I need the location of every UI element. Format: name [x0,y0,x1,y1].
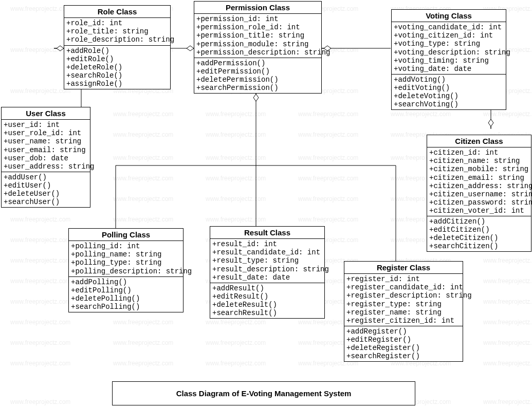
watermark: www.freeprojectz.com [298,131,358,138]
line: +deleteRole() [66,63,169,71]
line: +addRegister() [346,327,462,336]
watermark: www.freeprojectz.com [10,5,70,12]
line: +editRegister() [346,336,462,344]
class-title: Permission Class [194,2,321,14]
line: +polling_id: int [71,242,182,250]
line: +permission_description: string [196,48,320,57]
watermark: www.freeprojectz.com [206,131,266,138]
line: +register_id: int [346,275,462,283]
line: +user_email: string [4,146,89,154]
line: +addPolling() [71,278,182,286]
watermark: www.freeprojectz.com [391,110,451,118]
line: +deletePermission() [196,76,320,84]
watermark: www.freeprojectz.com [206,319,266,326]
diagram-title: Class Diagram of E-Voting Management Sys… [112,381,415,405]
line: +citizen_name: string [429,157,530,165]
class-result: Result Class +result_id: int+result_cand… [210,226,325,319]
methods: +addResult()+editResult()+deleteResult()… [210,283,324,318]
line: +editUser() [4,181,89,190]
line: +result_id: int [212,240,323,248]
line: +register_type: string [346,300,462,308]
line: +role_title: string [66,27,169,35]
line: +permission_title: string [196,31,320,40]
watermark: www.freeprojectz.com [10,278,70,285]
line: +searchRole() [66,71,169,80]
line: +polling_type: string [71,258,182,267]
attrs: +user_id: int+user_role_id: int+user_nam… [2,120,90,172]
line: +deletePolling() [71,294,182,303]
line: +searchResult() [212,309,323,317]
watermark: www.freeprojectz.com [298,110,358,118]
line: +deleteCitizen() [429,234,530,242]
watermark: www.freeprojectz.com [10,46,70,53]
line: +permission_role_id: int [196,23,320,31]
watermark: www.freeprojectz.com [206,339,266,346]
watermark: www.freeprojectz.com [483,110,532,118]
class-title: Polling Class [69,229,183,241]
methods: +addCitizen()+editCitizen()+deleteCitize… [427,216,531,251]
line: +voting_timing: string [394,57,505,65]
line: +polling_description: string [71,267,182,275]
watermark: www.freeprojectz.com [298,195,358,202]
line: +user_role_id: int [4,129,89,137]
class-user: User Class +user_id: int+user_role_id: i… [1,107,90,208]
watermark: www.freeprojectz.com [113,360,173,367]
watermark: www.freeprojectz.com [483,398,532,405]
attrs: +role_id: int+role_title: string+role_de… [64,18,170,45]
watermark: www.freeprojectz.com [206,175,266,182]
class-permission: Permission Class +permission_id: int+per… [194,1,322,94]
line: +user_name: string [4,137,89,145]
watermark: www.freeprojectz.com [10,257,70,264]
class-role: Role Class +role_id: int+role_title: str… [64,5,171,89]
class-title: Register Class [344,262,463,274]
line: +role_id: int [66,19,169,27]
watermark: www.freeprojectz.com [113,216,173,223]
watermark: www.freeprojectz.com [113,195,173,202]
line: +role_description: string [66,35,169,44]
line: +result_type: string [212,256,323,265]
methods: +addRole()+editRole()+deleteRole()+searc… [64,46,170,89]
line: +voting_citizen_id: int [394,31,505,40]
line: +citizen_email: string [429,174,530,182]
class-title: Result Class [210,227,324,239]
line: +voting_candidate_id: int [394,23,505,31]
line: +searchUser() [4,198,89,206]
watermark: www.freeprojectz.com [483,278,532,285]
methods: +addPermission()+editPermission()+delete… [194,58,321,93]
line: +addResult() [212,284,323,292]
class-voting: Voting Class +voting_candidate_id: int+v… [391,9,506,110]
line: +user_address: string [4,162,89,171]
line: +addUser() [4,173,89,181]
watermark: www.freeprojectz.com [10,339,70,346]
line: +addRole() [66,47,169,55]
line: +citizen_voter_id: int [429,207,530,215]
class-title: Voting Class [392,10,506,22]
watermark: www.freeprojectz.com [113,175,173,182]
line: +editVoting() [394,84,505,92]
attrs: +voting_candidate_id: int+voting_citizen… [392,22,506,75]
line: +assignRole() [66,80,169,88]
line: +citizen_username: string [429,190,530,198]
line: +result_description: string [212,265,323,273]
line: +addCitizen() [429,217,530,226]
line: +searchPolling() [71,303,182,311]
line: +voting_description: string [394,48,505,57]
line: +addVoting() [394,76,505,84]
class-title: Citizen Class [427,135,531,147]
watermark: www.freeprojectz.com [113,154,173,161]
line: +register_description: string [346,291,462,300]
attrs: +result_id: int+result_candidate_id: int… [210,239,324,283]
methods: +addUser()+editUser()+deleteUser()+searc… [2,172,90,207]
line: +deleteUser() [4,190,89,198]
watermark: www.freeprojectz.com [206,154,266,161]
line: +deleteResult() [212,301,323,309]
class-register: Register Class +register_id: int+registe… [344,261,463,362]
watermark: www.freeprojectz.com [10,236,70,244]
watermark: www.freeprojectz.com [10,398,70,405]
watermark: www.freeprojectz.com [10,216,70,223]
line: +addPermission() [196,59,320,67]
line: +register_candidate_id: int [346,283,462,291]
watermark: www.freeprojectz.com [206,195,266,202]
line: +citizen_mobile: string [429,165,530,173]
line: +result_candidate_id: int [212,248,323,256]
